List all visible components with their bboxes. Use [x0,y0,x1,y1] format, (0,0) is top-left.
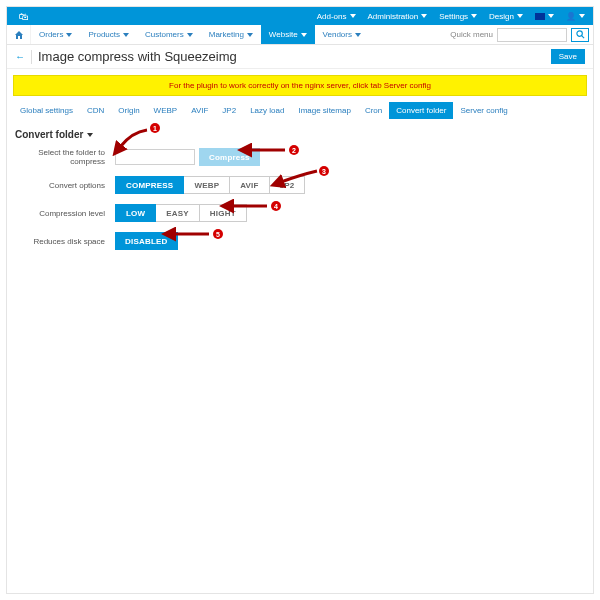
option-compress[interactable]: COMPRESS [115,176,184,194]
chevron-down-icon [301,33,307,37]
alert-banner: For the plugin to work correctly on the … [13,75,587,96]
menu-products[interactable]: Products [80,25,137,44]
main-menu: Orders Products Customers Marketing Webs… [7,25,593,45]
title-row: ← Image compress with Squeezeimg Save [7,45,593,69]
chevron-down-icon [579,14,585,18]
label-select-folder: Select the folder to compress [15,148,115,166]
search-icon [576,30,585,39]
chevron-down-icon [517,14,523,18]
back-button[interactable]: ← [15,51,25,62]
row-compression-level: Compression level LOW EASY HIGHT [15,204,585,222]
toggle-disabled[interactable]: DISABLED [115,232,178,250]
tab-cron[interactable]: Cron [358,102,389,119]
svg-line-1 [581,36,584,39]
tab-lazy-load[interactable]: Lazy load [243,102,291,119]
tab-origin[interactable]: Origin [111,102,146,119]
search-input[interactable] [497,28,567,42]
app-window: 🛍 Add-ons Administration Settings Design… [6,6,594,594]
menu-orders[interactable]: Orders [31,25,80,44]
page-title: Image compress with Squeezeimg [38,49,545,64]
label-compression-level: Compression level [15,209,115,218]
annotation-badge-3: 3 [319,166,329,176]
compress-button[interactable]: Compress [199,148,260,166]
svg-point-0 [576,31,581,36]
label-disk-space: Reduces disk space [15,237,115,246]
top-admin-bar: 🛍 Add-ons Administration Settings Design… [7,7,593,25]
home-icon[interactable] [7,25,31,44]
section-title[interactable]: Convert folder [15,129,585,140]
quick-menu: Quick menu [450,25,593,44]
divider [31,50,32,64]
chevron-down-icon [350,14,356,18]
chevron-down-icon [471,14,477,18]
chevron-down-icon [421,14,427,18]
folder-input[interactable] [115,149,195,165]
level-low[interactable]: LOW [115,204,156,222]
topbar-lang[interactable] [535,13,554,20]
row-select-folder: Select the folder to compress Compress [15,148,585,166]
tab-convert-folder[interactable]: Convert folder [389,102,453,119]
tab-avif[interactable]: AVIF [184,102,215,119]
topbar-settings[interactable]: Settings [439,12,477,21]
label-convert-options: Convert options [15,181,115,190]
topbar-administration[interactable]: Administration [368,12,428,21]
chevron-down-icon [247,33,253,37]
chevron-down-icon [187,33,193,37]
user-icon: 👤 [566,12,576,21]
tab-server-config[interactable]: Server config [453,102,514,119]
option-webp[interactable]: WEBP [184,176,230,194]
menu-website[interactable]: Website [261,25,315,44]
topbar-addons[interactable]: Add-ons [317,12,356,21]
topbar-user[interactable]: 👤 [566,12,585,21]
level-easy[interactable]: EASY [156,204,200,222]
level-high[interactable]: HIGHT [200,204,247,222]
chevron-down-icon [355,33,361,37]
tab-global-settings[interactable]: Global settings [13,102,80,119]
quick-menu-label: Quick menu [450,30,493,39]
tabs-bar: Global settings CDN Origin WEBP AVIF JP2… [7,102,593,119]
row-disk-space: Reduces disk space DISABLED [15,232,585,250]
screenshot-frame: 🛍 Add-ons Administration Settings Design… [0,0,600,600]
tab-cdn[interactable]: CDN [80,102,111,119]
menu-marketing[interactable]: Marketing [201,25,261,44]
search-button[interactable] [571,28,589,42]
row-convert-options: Convert options COMPRESS WEBP AVIF JP2 [15,176,585,194]
menu-customers[interactable]: Customers [137,25,201,44]
tab-jp2[interactable]: JP2 [215,102,243,119]
save-button[interactable]: Save [551,49,585,64]
chevron-down-icon [548,14,554,18]
tab-webp[interactable]: WEBP [147,102,185,119]
cart-icon[interactable]: 🛍 [19,11,29,22]
option-jp2[interactable]: JP2 [270,176,306,194]
chevron-down-icon [66,33,72,37]
menu-vendors[interactable]: Vendors [315,25,369,44]
chevron-down-icon [123,33,129,37]
topbar-design[interactable]: Design [489,12,523,21]
chevron-down-icon [87,133,93,137]
section-convert-folder: Convert folder Select the folder to comp… [7,119,593,270]
option-avif[interactable]: AVIF [230,176,269,194]
tab-image-sitemap[interactable]: Image sitemap [291,102,357,119]
